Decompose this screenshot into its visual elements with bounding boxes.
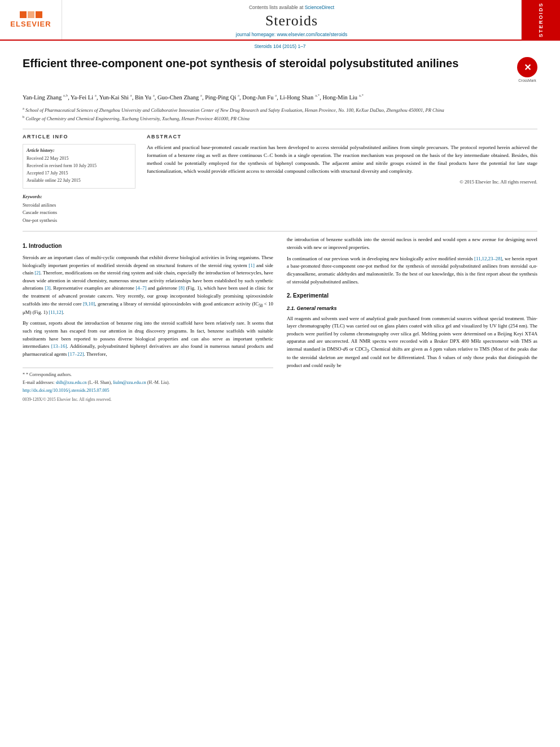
ref-11-28[interactable]: [11,12,23–28] [474, 256, 502, 261]
section1-col2-para2: In continuation of our previous work in … [287, 255, 537, 286]
body-col-right: the introduction of benzene scaffolds in… [287, 236, 537, 403]
affiliation-b: College of Chemistry and Chemical Engine… [25, 116, 250, 121]
article-title: Efficient three-component one-pot synthe… [23, 56, 511, 71]
corresponding-note: * * Corresponding authors. [23, 372, 273, 378]
section1-col2-cont: the introduction of benzene scaffolds in… [287, 236, 537, 251]
keyword-1: Steroidal anilines [23, 202, 135, 209]
cover-text: STEROIDS [538, 2, 544, 37]
journal-homepage: journal homepage: www.elsevier.com/locat… [236, 32, 348, 37]
chemical-word: Chemical [371, 346, 391, 352]
crossmark-circle[interactable]: ✕ [517, 57, 537, 77]
footer: * * Corresponding authors. E-mail addres… [23, 368, 273, 403]
copyright-line: © 2015 Elsevier Inc. All rights reserved… [147, 179, 537, 185]
logo-sq-2 [28, 11, 34, 18]
email2[interactable]: liulm@zzu.edu.cn [113, 380, 146, 385]
keywords-label: Keywords: [23, 194, 135, 199]
crossmark-label: CrossMark [517, 78, 537, 82]
authors: Yan-Ling Zhang a,b, Ya-Fei Li a, Yun-Kai… [23, 93, 537, 102]
abstract-text: An efficient and practical base-promoted… [147, 144, 537, 176]
info-columns: ARTICLE INFO Article history: Received 2… [23, 134, 537, 224]
available-online: Available online 22 July 2015 [27, 177, 132, 185]
keyword-3: One-pot synthesis [23, 217, 135, 225]
article-info-title: ARTICLE INFO [23, 134, 135, 139]
issn-footer: 0039-128X/© 2015 Elsevier Inc. All right… [23, 396, 273, 403]
ref-11-12[interactable]: [11,12] [49, 309, 63, 315]
crossmark: ✕ CrossMark [517, 57, 537, 82]
logo-sq-1 [20, 11, 27, 18]
ref-2[interactable]: [2] [34, 270, 40, 276]
logo-sq-3 [36, 11, 42, 18]
divider-2 [23, 231, 537, 231]
journal-center: Contents lists available at ScienceDirec… [62, 0, 522, 40]
ref-1[interactable]: [1] [249, 263, 255, 268]
journal-header: ELSEVIER Contents lists available at Sci… [0, 0, 560, 41]
section2-sub1-title: 2.1. General remarks [287, 305, 537, 313]
abstract-section: ABSTRACT An efficient and practical base… [147, 134, 537, 224]
doi-footer[interactable]: http://dx.doi.org/10.1016/j.steroids.201… [23, 387, 273, 394]
section2-para1: All reagents and solvents used were of a… [287, 315, 537, 370]
elsevier-text: ELSEVIER [10, 20, 51, 28]
abstract-title: ABSTRACT [147, 134, 537, 139]
ref-17-22[interactable]: [17–22] [68, 351, 84, 357]
affiliation-a: School of Pharmaceutical Sciences of Zhe… [25, 107, 444, 113]
ref-4-7[interactable]: [4–7] [135, 285, 146, 291]
logo-squares [20, 11, 42, 18]
contents-line: Contents lists available at ScienceDirec… [249, 5, 334, 10]
email1[interactable]: shlh@zzu.edu.cn [56, 380, 87, 385]
page: ELSEVIER Contents lists available at Sci… [0, 0, 560, 747]
crossmark-symbol: ✕ [524, 62, 531, 73]
keywords-section: Keywords: Steroidal anilines Cascade rea… [23, 194, 135, 225]
ref-8[interactable]: [8] [179, 285, 185, 291]
accepted-date: Accepted 17 July 2015 [27, 170, 132, 177]
steroids-cover: STEROIDS [522, 0, 560, 40]
body-col-left: 1. Introduction Steroids are an importan… [23, 236, 273, 403]
received-revised: Received in revised form 10 July 2015 [27, 163, 132, 170]
ref-3[interactable]: [3] [45, 285, 50, 291]
doi-line: Steroids 104 (2015) 1–7 [0, 41, 560, 50]
history-label: Article history: [27, 148, 132, 153]
body-columns: 1. Introduction Steroids are an importan… [23, 236, 537, 403]
ref-13-16[interactable]: [13–16] [51, 343, 67, 349]
keywords-list: Steroidal anilines Cascade reactions One… [23, 202, 135, 225]
article-info-panel: ARTICLE INFO Article history: Received 2… [23, 134, 135, 224]
keyword-2: Cascade reactions [23, 209, 135, 217]
article-content: Efficient three-component one-pot synthe… [0, 50, 560, 414]
history-box: Article history: Received 22 May 2015 Re… [23, 144, 135, 188]
email-note: E-mail addresses: shlh@zzu.edu.cn (L.-H.… [23, 379, 273, 386]
ref-9-10[interactable]: [9,10] [83, 301, 95, 307]
received-date: Received 22 May 2015 [27, 155, 132, 163]
section1-title: 1. Introduction [23, 242, 273, 251]
affiliations: a School of Pharmaceutical Sciences of Z… [23, 106, 537, 122]
section1-para2: By contrast, reports about the introduct… [23, 320, 273, 358]
section1-para1: Steroids are an important class of multi… [23, 254, 273, 316]
journal-name: Steroids [265, 12, 318, 29]
divider-1 [23, 129, 537, 129]
elsevier-logo: ELSEVIER [0, 0, 62, 40]
title-section: Efficient three-component one-pot synthe… [23, 56, 537, 87]
section2-title: 2. Experimental [287, 291, 537, 300]
